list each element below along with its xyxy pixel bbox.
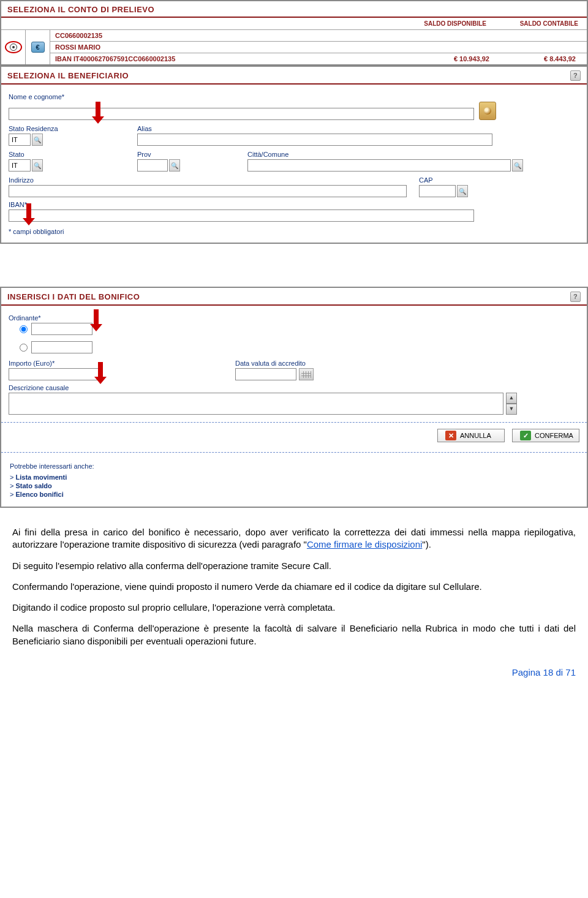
link-come-firmare[interactable]: Come firmare le disposizioni bbox=[307, 539, 422, 549]
related-links: Potrebbe interessarti anche: Lista movim… bbox=[1, 458, 587, 507]
conferma-label: CONFERMA bbox=[535, 432, 573, 439]
lookup-icon[interactable]: 🔍 bbox=[457, 185, 468, 197]
account-iban: IBAN IT4000627067591CC0660002135 bbox=[55, 55, 413, 62]
beneficiary-form: Nome e cognome* Stato Residenza 🔍 Alias bbox=[1, 85, 587, 243]
annulla-label: ANNULLA bbox=[460, 432, 491, 439]
required-note: * campi obbligatori bbox=[9, 228, 579, 235]
link-stato-saldo[interactable]: Stato saldo bbox=[10, 482, 578, 489]
stato-residenza-input[interactable] bbox=[9, 134, 31, 146]
citta-input[interactable] bbox=[247, 159, 511, 172]
balance-header-avail: SALDO DISPONIBILE bbox=[413, 20, 486, 27]
iban-label: IBAN* bbox=[9, 201, 579, 208]
transfer-form: Ordinante* Importo (Euro)* bbox=[1, 306, 587, 417]
nome-input[interactable] bbox=[9, 108, 474, 120]
stato-residenza-label: Stato Residenza bbox=[9, 125, 137, 132]
doc-p1: Ai fini della presa in carico del bonifi… bbox=[12, 526, 576, 551]
calendar-icon[interactable] bbox=[299, 368, 314, 380]
button-row: ✕ ANNULLA ✓ CONFERMA bbox=[1, 428, 587, 447]
descrizione-textarea[interactable] bbox=[9, 393, 503, 415]
links-header: Potrebbe interessarti anche: bbox=[10, 462, 578, 470]
indirizzo-input[interactable] bbox=[9, 185, 407, 197]
account-radio[interactable] bbox=[10, 43, 17, 51]
nome-label: Nome e cognome* bbox=[9, 93, 579, 100]
account-holder: ROSSI MARIO bbox=[50, 42, 587, 53]
help-icon[interactable]: ? bbox=[570, 292, 581, 302]
scroll-up-icon[interactable]: ▲ bbox=[506, 393, 517, 404]
alias-input[interactable] bbox=[137, 134, 492, 146]
account-row[interactable]: € CC0660002135 ROSSI MARIO IBAN IT400062… bbox=[1, 29, 587, 64]
cap-label: CAP bbox=[419, 176, 468, 184]
page-footer: Pagina 18 di 71 bbox=[0, 662, 588, 686]
lookup-icon[interactable]: 🔍 bbox=[169, 159, 180, 172]
importo-label: Importo (Euro)* bbox=[9, 360, 235, 367]
panel2-header: SELEZIONA IL BENEFICIARIO ? bbox=[1, 67, 587, 85]
account-number: CC0660002135 bbox=[50, 30, 587, 42]
data-valuta-label: Data valuta di accredito bbox=[235, 360, 314, 367]
citta-label: Città/Comune bbox=[247, 151, 579, 158]
doc-p2: Di seguito l'esempio relativo alla confe… bbox=[12, 560, 576, 572]
prov-input[interactable] bbox=[137, 159, 168, 172]
cancel-icon: ✕ bbox=[445, 431, 456, 440]
euro-icon: € bbox=[31, 42, 45, 53]
ordinante-input-2[interactable] bbox=[31, 341, 92, 353]
lookup-icon[interactable]: 🔍 bbox=[32, 159, 43, 172]
account-radio-cell[interactable] bbox=[1, 30, 26, 64]
account-details: CC0660002135 ROSSI MARIO IBAN IT40006270… bbox=[50, 30, 587, 64]
alias-label: Alias bbox=[137, 125, 579, 132]
contacts-icon[interactable] bbox=[479, 102, 496, 120]
balance-header-cont: SALDO CONTABILE bbox=[511, 20, 578, 27]
ordinante-radio-2[interactable] bbox=[20, 344, 28, 352]
iban-input[interactable] bbox=[9, 209, 474, 222]
divider bbox=[1, 452, 587, 453]
prov-label: Prov bbox=[137, 151, 247, 158]
stato-input[interactable] bbox=[9, 159, 31, 172]
conferma-button[interactable]: ✓ CONFERMA bbox=[512, 429, 579, 442]
divider bbox=[1, 422, 587, 423]
balance-contabile: € 8.443,92 bbox=[511, 55, 582, 62]
lookup-icon[interactable]: 🔍 bbox=[512, 159, 523, 172]
doc-p5: Nella maschera di Conferma dell'operazio… bbox=[12, 622, 576, 647]
panel3-title: INSERISCI I DATI DEL BONIFICO bbox=[7, 292, 140, 301]
annulla-button[interactable]: ✕ ANNULLA bbox=[437, 429, 505, 442]
ordinante-radio-1[interactable] bbox=[20, 325, 28, 333]
importo-input[interactable] bbox=[9, 368, 100, 380]
panel1-title: SELEZIONA IL CONTO DI PRELIEVO bbox=[7, 5, 154, 14]
stato-label: Stato bbox=[9, 151, 137, 158]
panel1-header: SELEZIONA IL CONTO DI PRELIEVO bbox=[1, 1, 587, 18]
link-elenco-bonifici[interactable]: Elenco bonifici bbox=[10, 491, 578, 498]
transfer-data-panel: INSERISCI I DATI DEL BONIFICO ? Ordinant… bbox=[0, 287, 588, 508]
indirizzo-label: Indirizzo bbox=[9, 176, 419, 184]
beneficiary-panel: SELEZIONA IL BENEFICIARIO ? Nome e cogno… bbox=[0, 66, 588, 244]
ordinante-select[interactable] bbox=[31, 323, 92, 335]
panel2-title: SELEZIONA IL BENEFICIARIO bbox=[7, 71, 129, 80]
document-body: Ai fini della presa in carico del bonifi… bbox=[0, 508, 588, 662]
doc-p3: Confermando l'operazione, viene quindi p… bbox=[12, 581, 576, 593]
help-icon[interactable]: ? bbox=[570, 70, 581, 81]
doc-p4: Digitando il codice proposto sul proprio… bbox=[12, 602, 576, 614]
balance-headers: SALDO DISPONIBILE SALDO CONTABILE bbox=[1, 18, 587, 29]
data-valuta-input[interactable] bbox=[235, 368, 296, 380]
textarea-scroll[interactable]: ▲ ▼ bbox=[506, 393, 517, 415]
lookup-icon[interactable]: 🔍 bbox=[32, 134, 43, 146]
cap-input[interactable] bbox=[419, 185, 456, 197]
account-iban-line: IBAN IT4000627067591CC0660002135 € 10.94… bbox=[50, 53, 587, 64]
link-lista-movimenti[interactable]: Lista movimenti bbox=[10, 474, 578, 481]
scroll-down-icon[interactable]: ▼ bbox=[506, 404, 517, 415]
currency-cell: € bbox=[26, 30, 50, 64]
check-icon: ✓ bbox=[520, 431, 531, 440]
panel3-header: INSERISCI I DATI DEL BONIFICO ? bbox=[1, 288, 587, 306]
balance-available: € 10.943,92 bbox=[413, 55, 511, 62]
withdrawal-account-panel: SELEZIONA IL CONTO DI PRELIEVO SALDO DIS… bbox=[0, 0, 588, 66]
descrizione-label: Descrizione causale bbox=[9, 384, 579, 391]
